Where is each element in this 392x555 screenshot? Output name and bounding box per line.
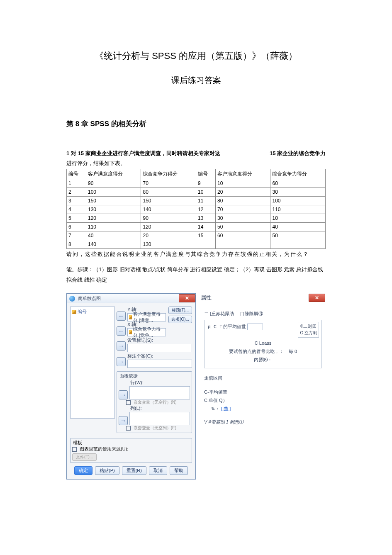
template-group: 模板 图表规范的使用来源(U): 文件(F)... xyxy=(70,438,192,463)
template-check-label: 图表规范的使用来源(U): xyxy=(80,446,128,451)
reset-button[interactable]: 重置(R) xyxy=(122,466,146,475)
table-cell: 2 xyxy=(67,188,86,197)
fit-line-input[interactable] xyxy=(247,324,263,330)
table-cell: 90 xyxy=(86,179,141,188)
close-icon[interactable]: ✕ xyxy=(179,294,195,302)
variable-item-label: 编号 xyxy=(78,309,87,315)
table-cell: 140 xyxy=(141,205,196,214)
labelcase-field[interactable] xyxy=(127,360,192,368)
table-cell: 120 xyxy=(141,223,196,231)
panel-row-label: 行(W): xyxy=(119,380,190,386)
y-axis-field[interactable]: 客户满意度得分 [满意... xyxy=(127,313,166,321)
scatter-dialog-title: 简单散点图 xyxy=(78,296,101,301)
table-cell: 80 xyxy=(215,197,270,205)
labelcase-label: 标注个案(C): xyxy=(127,353,192,359)
table-row: 8140130 xyxy=(67,240,326,249)
table-cell: 100 xyxy=(86,188,141,197)
table-cell: 150 xyxy=(141,197,196,205)
titles-button[interactable]: 标题(T)... xyxy=(168,307,192,314)
table-cell: 5 xyxy=(67,214,86,223)
loass-label: C Loass xyxy=(208,339,318,348)
panel-by-title: 面板依据 xyxy=(119,373,139,379)
panel-row-field[interactable] xyxy=(129,386,190,399)
properties-footer-note: V #帝簽劻 1 到想① xyxy=(204,418,322,426)
table-cell: 12 xyxy=(196,205,215,214)
close-icon[interactable]: ✕ xyxy=(309,294,325,302)
table-cell: 130 xyxy=(141,240,196,249)
properties-dialog: 属性 ✕ 二 ]丘赤花厚助 口陳除脚③ p| Ｃ Ｔ的平均値世 ®二则|回 xyxy=(201,293,325,428)
table-row: 41301401270110 xyxy=(67,205,326,214)
table-header: 编号 xyxy=(67,169,86,179)
ci-mean-option[interactable]: C-平均値置 xyxy=(204,388,322,397)
table-cell: 20 xyxy=(141,231,196,240)
app-icon xyxy=(69,296,75,302)
variable-item[interactable]: 编号 xyxy=(72,309,113,315)
fit-line-label: p| Ｃ Ｔ的平均値世 xyxy=(208,324,246,329)
variable-icon xyxy=(129,315,132,319)
paste-button[interactable]: 粘贴(P) xyxy=(95,466,119,475)
table-row: 31501501180100 xyxy=(67,197,326,205)
data-table: 编号 客户满意度得分 综合竞争力得分 编号 客户满意度得分 综合竞争力得分 19… xyxy=(66,169,326,249)
table-header: 客户满意度得分 xyxy=(86,169,141,179)
move-to-setmark-button[interactable]: → xyxy=(117,341,126,351)
ratio-label: 要试曾的点的冒骨比吃，： xyxy=(229,349,284,354)
scatter-dialog-footer: 确定 粘贴(P) 重置(R) 取消 帮助 xyxy=(67,463,195,479)
intro-paragraph: 1 对 15 家商业企业进行客户满意度调查，同时聘请相关专家对这 15 家企业的… xyxy=(66,149,326,158)
table-row: 210080102030 xyxy=(67,188,326,197)
options-button[interactable]: 选项(O)... xyxy=(168,316,192,323)
template-file-button: 文件(F)... xyxy=(72,453,97,461)
table-header: 客户满意度得分 xyxy=(215,169,270,179)
table-header: 综合竞争力得分 xyxy=(270,169,326,179)
table-row: 6110120145040 xyxy=(67,223,326,231)
ci-single-option[interactable]: C 单值 Q） xyxy=(204,397,322,405)
ratio-row: 要试曾的点的冒骨比吃，： 毎 0 xyxy=(208,348,318,356)
variable-icon xyxy=(129,330,132,334)
panel-col-field[interactable] xyxy=(129,412,190,425)
table-cell: 8 xyxy=(67,240,86,249)
table-header-row: 编号 客户满意度得分 综合竞争力得分 编号 客户满意度得分 综合竞争力得分 xyxy=(67,169,326,179)
intro-tail: 进行评分，结果如下表。 xyxy=(66,159,326,168)
move-to-labelcase-button[interactable]: → xyxy=(117,357,126,366)
table-cell: 7 xyxy=(67,231,86,240)
chapter-heading: 第 8 章 SPSS 的相关分析 xyxy=(66,119,326,129)
question-text: 请问，这些数据能否说明企业的客户满意度与其综合竞争力存在较强的正相关，为什么？ xyxy=(66,251,326,258)
table-cell: 3 xyxy=(67,197,86,205)
table-cell: 130 xyxy=(86,205,141,214)
properties-tab-1[interactable]: 二 ]丘赤花厚助 xyxy=(204,311,234,316)
table-cell: 90 xyxy=(141,214,196,223)
table-cell: 40 xyxy=(86,231,141,240)
table-cell: 15 xyxy=(196,231,215,240)
move-to-row-button[interactable]: → xyxy=(119,390,128,399)
setmark-label: 设置标记(S): xyxy=(127,337,192,343)
x-axis-field[interactable]: 综合竞争力得分 [竞争... xyxy=(127,328,166,336)
side-choice-2[interactable]: O 立方剩 xyxy=(300,330,317,336)
table-cell: 120 xyxy=(86,214,141,223)
scatter-dialog: 简单散点图 ✕ 编号 xyxy=(66,293,196,480)
cancel-button[interactable]: 取消 xyxy=(149,466,167,475)
move-to-x-button[interactable]: ← xyxy=(117,326,126,336)
table-cell: 60 xyxy=(215,231,270,240)
side-choice-1[interactable]: ®二则|回 xyxy=(300,323,317,330)
answer-text: 能。步骤：（1）图形 旧对话框 散点/点状 简单分布 进行相应设置 确定；（2）… xyxy=(66,265,326,285)
panel-by-group: 面板依据 行(W): → 嵌套变量（无空行）(N) 列(L): xyxy=(117,371,192,433)
ci-percent-link[interactable]: [ 曲 ] xyxy=(221,406,231,411)
table-header: 编号 xyxy=(196,169,215,179)
table-cell: 30 xyxy=(270,188,326,197)
ok-button[interactable]: 确定 xyxy=(74,466,93,475)
table-cell: 6 xyxy=(67,223,86,231)
panel-col-label: 列(L): xyxy=(119,405,190,411)
variable-list[interactable]: 编号 xyxy=(70,307,115,419)
help-button[interactable]: 帮助 xyxy=(170,466,188,475)
table-cell: 14 xyxy=(196,223,215,231)
checkbox-icon[interactable] xyxy=(72,447,77,452)
move-to-col-button[interactable]: → xyxy=(119,416,128,425)
x-axis-value: 综合竞争力得分 [竞争... xyxy=(133,326,165,338)
properties-tab-2[interactable]: 口陳除脚③ xyxy=(240,311,263,316)
table-cell: 10 xyxy=(196,188,215,197)
intro-right: 15 家企业的综合竞争力 xyxy=(270,149,326,158)
table-cell: 4 xyxy=(67,205,86,214)
move-to-y-button[interactable]: ← xyxy=(117,312,126,321)
ratio-value: 毎 0 xyxy=(289,349,297,354)
table-cell: 11 xyxy=(196,197,215,205)
setmark-field[interactable] xyxy=(127,344,192,352)
